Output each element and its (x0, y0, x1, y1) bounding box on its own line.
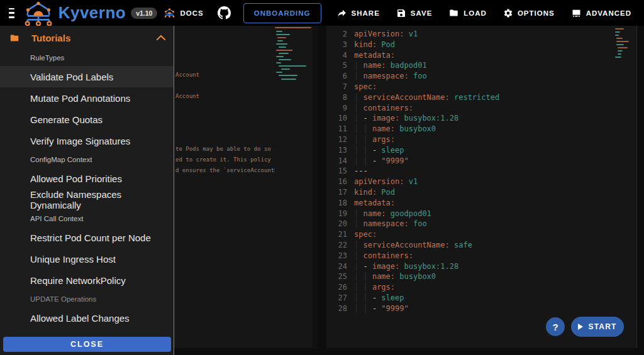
code-line[interactable]: 4metadata: (326, 50, 636, 61)
sidebar-item-allowed-pod-priorities[interactable]: Allowed Pod Priorities (0, 168, 174, 189)
github-icon (218, 6, 231, 19)
code-line[interactable]: 8│ serviceAccountName: restricted (326, 92, 636, 103)
code-line[interactable]: 13│ │ - sleep (326, 145, 636, 156)
line-number: 7 (326, 82, 347, 92)
line-number: 2 (326, 29, 347, 40)
line-number: 28 (326, 303, 347, 314)
line-number: 4 (326, 50, 347, 61)
sidebar-item-configmap-context[interactable]: ConfigMap Context (0, 151, 174, 168)
line-number: 9 (326, 103, 347, 114)
code-line[interactable]: 17kind: Pod (326, 187, 636, 198)
policy-editor-minimap[interactable] (275, 26, 313, 348)
sidebar-item-require-networkpolicy[interactable]: Require NetworkPolicy (0, 270, 174, 291)
code-line[interactable]: 24│ - image: busybox:1.28 (326, 261, 636, 272)
code-line[interactable]: 12│ │ args: (326, 134, 636, 145)
close-drawer-button[interactable]: CLOSE (3, 337, 171, 352)
policy-code-fragment: Account (175, 71, 199, 79)
sidebar-item-update-operations[interactable]: UPDATE Operations (0, 291, 174, 307)
kyverno-logo-icon (22, 1, 55, 26)
line-number: 23 (326, 251, 347, 261)
code-line[interactable]: 7spec: (326, 82, 636, 92)
policy-code-fragment: te Pods may be able to do so an (175, 145, 281, 153)
code-line[interactable]: 2apiVersion: v1 (326, 29, 636, 40)
sidebar-item-allowed-label-changes[interactable]: Allowed Label Changes (0, 307, 174, 329)
line-number: 12 (326, 134, 347, 145)
line-number: 15 (326, 166, 347, 177)
code-line[interactable]: 23│ containers: (326, 251, 636, 261)
tutorials-title: Tutorials (31, 33, 70, 43)
sidebar-item-mutate-pod-annotations[interactable]: Mutate Pod Annotations (0, 87, 174, 109)
sidebar-item-restrict-pod-count-per-node[interactable]: Restrict Pod Count per Node (0, 227, 174, 248)
policy-editor-panel[interactable]: AccountAccountte Pods may be able to do … (174, 26, 318, 348)
tutorials-drawer: Tutorials RuleTypesValidate Pod LabelsMu… (0, 26, 174, 355)
sidebar-item-exclude-namespaces-dynamically[interactable]: Exclude Namespaces Dynamically (0, 189, 174, 210)
load-button[interactable]: LOAD (442, 3, 493, 23)
gear-icon (503, 8, 513, 18)
code-line[interactable]: 14│ │ - "9999" (326, 156, 636, 167)
sidebar-item-generate-quotas[interactable]: Generate Quotas (0, 109, 174, 130)
line-number: 17 (326, 187, 347, 198)
line-number: 11 (326, 124, 347, 134)
line-number: 19 (326, 209, 347, 219)
brand: Kyverno v1.10 (22, 1, 158, 26)
line-number: 24 (326, 261, 347, 272)
policy-code-fragment: d ensures the `serviceAccountNa (175, 167, 281, 175)
line-number: 18 (326, 198, 347, 209)
line-number: 27 (326, 293, 347, 303)
code-line[interactable]: 21spec: (326, 229, 636, 240)
line-number: 8 (326, 92, 347, 103)
save-button[interactable]: SAVE (390, 3, 438, 23)
code-line[interactable]: 26│ │ args: (326, 282, 636, 293)
chevron-up-icon (156, 35, 166, 41)
github-button[interactable] (214, 1, 235, 25)
version-badge: v1.10 (131, 8, 157, 19)
onboarding-button[interactable]: ONBOARDING (243, 3, 321, 23)
line-number: 13 (326, 145, 347, 156)
folder-icon (448, 8, 459, 18)
play-icon (578, 324, 583, 330)
start-button[interactable]: START (571, 317, 624, 337)
code-line[interactable]: 11│ │ name: busybox0 (326, 124, 636, 134)
code-line[interactable]: 16apiVersion: v1 (326, 177, 636, 187)
save-icon (396, 8, 406, 18)
code-line[interactable]: 18metadata: (326, 198, 636, 209)
advanced-button[interactable]: ADVANCED (565, 3, 638, 23)
line-number: 25 (326, 271, 347, 282)
code-line[interactable]: 28│ │ - "9999" (326, 303, 636, 314)
share-icon (336, 8, 347, 18)
sidebar-item-validate-pod-labels[interactable]: Validate Pod Labels (0, 66, 174, 87)
resource-yaml-code[interactable]: 2apiVersion: v13kind: Pod4metadata:5│ na… (326, 26, 636, 314)
resource-editor-panel[interactable]: 2apiVersion: v13kind: Pod4metadata:5│ na… (326, 26, 637, 348)
code-line[interactable]: 9│ containers: (326, 103, 636, 114)
policy-code-fragment: ed to create it. This policy ch (175, 156, 281, 164)
folder-icon (9, 33, 20, 43)
code-line[interactable]: 3kind: Pod (326, 40, 636, 50)
code-line[interactable]: 10│ - image: busybox:1.28 (326, 113, 636, 124)
line-number: 5 (326, 60, 347, 71)
code-line[interactable]: 20│ namespace: foo (326, 219, 636, 229)
code-line[interactable]: 15--- (326, 166, 636, 177)
policy-editor-scrollbar[interactable] (313, 26, 318, 348)
share-button[interactable]: SHARE (330, 3, 386, 23)
sidebar-item-api-call-context[interactable]: API Call Context (0, 210, 174, 227)
code-line[interactable]: 19│ name: goodpod01 (326, 209, 636, 219)
line-number: 16 (326, 177, 347, 187)
code-line[interactable]: 22│ serviceAccountName: safe (326, 240, 636, 251)
menu-icon[interactable] (9, 8, 14, 18)
app-header: Kyverno v1.10 DOCS ONBOARDIN (0, 0, 644, 26)
help-button[interactable]: ? (546, 317, 565, 336)
sidebar-item-unique-ingress-host[interactable]: Unique Ingress Host (0, 248, 174, 270)
docs-button[interactable]: DOCS (157, 3, 209, 23)
code-line[interactable]: 6│ namespace: foo (326, 71, 636, 82)
advanced-panel-icon (571, 8, 582, 18)
resource-editor-minimap[interactable] (615, 26, 629, 107)
tutorials-section-header[interactable]: Tutorials (0, 26, 174, 50)
code-line[interactable]: 27│ │ - sleep (326, 293, 636, 303)
code-line[interactable]: 5│ name: badpod01 (326, 60, 636, 71)
code-line[interactable]: 25│ │ name: busybox0 (326, 271, 636, 282)
line-number: 3 (326, 40, 347, 50)
options-button[interactable]: OPTIONS (497, 3, 561, 23)
policy-code-fragment: Account (175, 92, 199, 101)
sidebar-item-ruletypes[interactable]: RuleTypes (0, 50, 174, 66)
sidebar-item-verify-image-signatures[interactable]: Verify Image Signatures (0, 130, 174, 151)
